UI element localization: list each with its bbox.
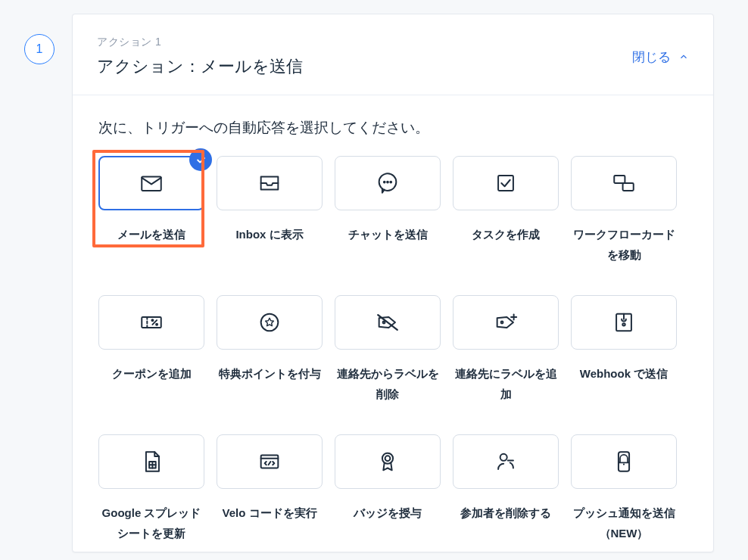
action-option[interactable]: タスクを作成: [453, 156, 559, 265]
action-panel-body: 次に、トリガーへの自動応答を選択してください。 メールを送信Inbox に表示チ…: [73, 95, 713, 552]
step-number-badge: 1: [24, 34, 55, 64]
badge-icon: [375, 449, 400, 474]
mail-icon: [139, 170, 164, 196]
action-option-label: メールを送信: [98, 224, 204, 244]
inbox-icon: [257, 170, 282, 196]
action-option-label: ワークフローカードを移動: [571, 224, 677, 265]
action-panel-header: アクション 1 アクション：メールを送信 閉じる: [73, 14, 713, 95]
action-option[interactable]: 連絡先からラベルを削除: [335, 295, 441, 404]
action-option-box: [571, 295, 677, 350]
chevron-up-icon: [678, 51, 689, 62]
actions-options-grid: メールを送信Inbox に表示チャットを送信タスクを作成ワークフローカードを移動…: [98, 156, 687, 543]
workflow-icon: [611, 170, 637, 196]
action-option-label: 特典ポイントを付与: [217, 363, 323, 384]
action-option[interactable]: 参加者を削除する: [453, 434, 559, 543]
action-option[interactable]: プッシュ通知を送信（NEW）: [571, 434, 677, 543]
action-option-label: 連絡先からラベルを削除: [335, 363, 441, 404]
action-option-label: プッシュ通知を送信（NEW）: [571, 502, 677, 543]
task-icon: [493, 170, 519, 196]
action-option[interactable]: バッジを授与: [335, 434, 441, 543]
step-number: 1: [36, 42, 43, 56]
action-option[interactable]: クーポンを追加: [98, 295, 204, 404]
action-option[interactable]: 特典ポイントを付与: [217, 295, 323, 404]
action-option-box: [98, 295, 204, 350]
action-option-box: [335, 295, 441, 350]
selected-check-badge: [189, 148, 212, 171]
push-icon: [611, 449, 637, 474]
action-option-box: [453, 295, 559, 350]
action-option[interactable]: Webhook で送信: [571, 295, 677, 404]
coupon-icon: [139, 310, 164, 335]
action-option-box: [335, 434, 441, 489]
person-remove-icon: [493, 449, 519, 474]
action-option[interactable]: Inbox に表示: [217, 156, 323, 265]
action-option[interactable]: Google スプレッドシートを更新: [98, 434, 204, 543]
action-option-box: [217, 295, 323, 350]
action-option[interactable]: Velo コードを実行: [217, 434, 323, 543]
close-button-label: 閉じる: [632, 48, 671, 66]
action-option-box: [217, 434, 323, 489]
action-option[interactable]: 連絡先にラベルを追加: [453, 295, 559, 404]
action-option-box: [571, 156, 677, 210]
action-option[interactable]: チャットを送信: [335, 156, 441, 265]
action-option-label: Velo コードを実行: [217, 502, 323, 523]
label-add-icon: [493, 310, 519, 335]
action-option-label: Google スプレッドシートを更新: [98, 502, 204, 543]
action-option-label: チャットを送信: [335, 224, 441, 244]
action-panel-titles: アクション 1 アクション：メールを送信: [97, 36, 303, 78]
action-option-box: [571, 434, 677, 489]
action-option-box: [453, 156, 559, 210]
action-option-label: クーポンを追加: [98, 363, 204, 384]
selection-prompt: 次に、トリガーへの自動応答を選択してください。: [98, 118, 687, 138]
webhook-icon: [611, 310, 637, 335]
points-icon: [257, 310, 282, 335]
sheets-icon: [139, 449, 164, 474]
action-option[interactable]: メールを送信: [98, 156, 204, 265]
close-button[interactable]: 閉じる: [632, 48, 689, 66]
action-option-label: 連絡先にラベルを追加: [453, 363, 559, 404]
action-option-box: [98, 156, 204, 210]
action-option-label: バッジを授与: [335, 502, 441, 523]
action-option-label: Webhook で送信: [571, 363, 677, 384]
action-option-box: [453, 434, 559, 489]
action-option-label: 参加者を削除する: [453, 502, 559, 523]
automation-action-picker-stage: 1 アクション 1 アクション：メールを送信 閉じる 次に、トリガーへの自動応答…: [0, 0, 748, 560]
action-option-box: [98, 434, 204, 489]
chat-icon: [375, 170, 400, 196]
action-option-label: Inbox に表示: [217, 224, 323, 244]
action-option-box: [217, 156, 323, 210]
code-icon: [257, 449, 282, 474]
action-eyebrow: アクション 1: [97, 36, 303, 49]
action-option-box: [335, 156, 441, 210]
label-remove-icon: [375, 310, 400, 335]
action-option-label: タスクを作成: [453, 224, 559, 244]
action-option[interactable]: ワークフローカードを移動: [571, 156, 677, 265]
action-panel: アクション 1 アクション：メールを送信 閉じる 次に、トリガーへの自動応答を選…: [72, 14, 714, 552]
action-title: アクション：メールを送信: [97, 55, 303, 78]
